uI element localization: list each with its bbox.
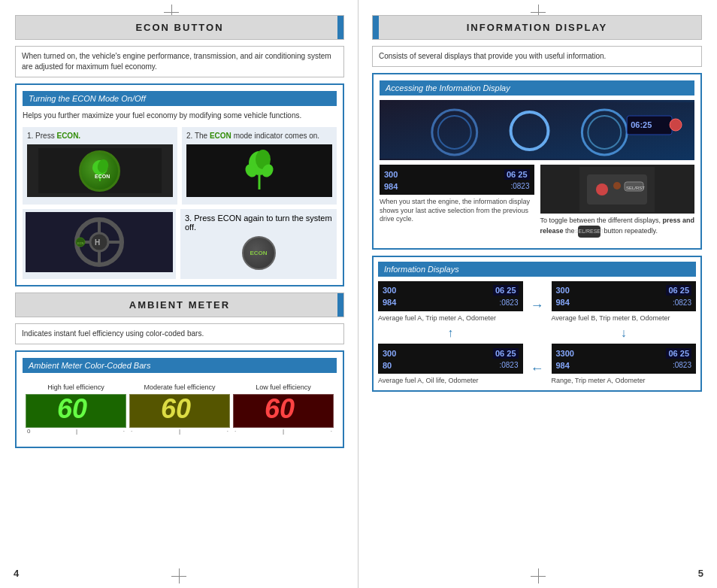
econ-leaf-icon: ECON	[89, 159, 110, 183]
display-top-left: 300	[384, 170, 398, 179]
display-screen-tl: 300 06 25 984 :0823	[378, 281, 523, 311]
sel-button-image: SEL/RST	[540, 165, 695, 214]
accessing-sub-header: Accessing the Information Display	[380, 80, 694, 95]
info-displays-section: Information Displays 300 06 25 984 :0823	[372, 256, 702, 392]
arrow-right-top: →	[526, 281, 549, 323]
info-display-description: Consists of several displays that provid…	[372, 46, 702, 67]
color-bars-container: High fuel efficiency 60 0|· Modera	[23, 377, 337, 441]
display-row-bottom: 984 :0823	[384, 182, 530, 191]
bar-moderate-label: Moderate fuel efficiency	[144, 383, 216, 391]
center-empty	[526, 326, 549, 341]
display-top-left-box: 300 06 25 984 :0823 Average fuel A, Trip…	[378, 281, 523, 323]
econ-description: When turned on, the vehicle's engine per…	[15, 46, 344, 77]
display-caption-bl: Average fuel A, Oil life, Odometer	[378, 377, 523, 386]
bar-high-efficiency: High fuel efficiency 60 0|·	[26, 383, 126, 435]
bar-moderate-ticks: ·|·	[129, 428, 230, 435]
svg-text:H: H	[95, 238, 100, 247]
crosshair-bottom-right	[531, 568, 546, 583]
svg-text:SEL/RST: SEL/RST	[626, 186, 645, 190]
accessing-section: Accessing the Information Display	[372, 73, 702, 250]
display-bottom-right: :0823	[510, 182, 529, 190]
display-screen-tr: 300 06 25 984 :0823	[552, 281, 697, 311]
page-number-right: 5	[698, 568, 703, 579]
step-2-image	[186, 144, 332, 197]
left-page: ECON BUTTON When turned on, the vehicle'…	[0, 0, 358, 588]
econ-mode-section: Turning the ECON Mode On/Off Helps you f…	[15, 83, 344, 286]
svg-text:60: 60	[57, 394, 87, 423]
bar-moderate-number-svg: 60	[157, 394, 202, 423]
accessing-caption-2: To toggle between the different displays…	[540, 217, 695, 238]
page-number-left: 4	[14, 568, 19, 579]
dashboard-svg: 06:25	[380, 102, 694, 159]
display-top-right-box: 300 06 25 984 :0823 Average fuel B, Trip…	[552, 281, 697, 323]
display-screen-br: 3300 06 25 984 :0823	[552, 344, 697, 374]
bar-low-number-svg: 60	[261, 394, 306, 423]
accessing-display-left: 300 06 25 984 :0823 When you start the e…	[380, 165, 534, 238]
info-displays-sub-header: Information Displays	[378, 262, 696, 277]
display-caption-br: Range, Trip meter A, Odometer	[552, 377, 697, 386]
display-caption-tr: Average fuel B, Trip meter B, Odometer	[552, 314, 697, 323]
step-1-box: 1. Press ECON. ECON	[23, 127, 177, 205]
step-1-label: 1. Press ECON.	[27, 132, 173, 140]
display-row-top: 300 06 25	[384, 169, 530, 180]
accessing-caption-1: When you start the engine, the informati…	[380, 198, 534, 224]
ambient-meter-title: AMBIENT METER	[15, 292, 344, 317]
svg-point-29	[670, 119, 682, 131]
step-3-econ-button: ECON	[185, 232, 332, 274]
accessing-display-right: SEL/RST To toggle between the different …	[540, 165, 695, 238]
display-bottom-left: 984	[384, 182, 398, 191]
svg-point-35	[613, 182, 621, 189]
econ-button-circle[interactable]: ECON	[79, 150, 120, 192]
info-displays-grid: 300 06 25 984 :0823 Average fuel A, Trip…	[378, 281, 696, 386]
econ-button-bg: ECON	[38, 148, 162, 193]
step-3-box: 3. Press ECON again to turn the system o…	[180, 209, 337, 279]
display-caption-tl: Average fuel A, Trip meter A, Odometer	[378, 314, 523, 323]
arrow-left-bottom: ←	[526, 344, 549, 386]
ambient-sub-header: Ambient Meter Color-Coded Bars	[23, 358, 337, 373]
bar-low-efficiency: Low fuel efficiency 60 ·|·	[233, 383, 334, 435]
econ-sub-desc: Helps you further maximize your fuel eco…	[23, 111, 337, 121]
ambient-bars-section: Ambient Meter Color-Coded Bars High fuel…	[15, 350, 344, 448]
svg-point-34	[596, 183, 608, 195]
svg-text:60: 60	[265, 394, 295, 423]
display-screen-bl: 300 06 25 80 :0823	[378, 344, 523, 374]
bar-low-label: Low fuel efficiency	[256, 383, 310, 391]
step-2-label: 2. The ECON mode indicator comes on.	[186, 132, 332, 140]
econ-button-off[interactable]: ECON	[242, 236, 276, 270]
bar-moderate-efficiency: Moderate fuel efficiency 60 ·|·	[129, 383, 230, 435]
svg-text:ECON: ECON	[95, 174, 110, 179]
steering-wheel-svg: H ECN	[73, 216, 126, 268]
sel-reset-btn[interactable]: SEL/RESET	[578, 226, 601, 238]
svg-text:06:25: 06:25	[631, 120, 652, 129]
bar-low-number: 60	[261, 394, 306, 428]
dashboard-image: 06:25	[380, 100, 694, 160]
bar-high-number-svg: 60	[53, 394, 98, 423]
crosshair-bottom-left	[171, 568, 186, 583]
econ-button-title: ECON BUTTON	[15, 15, 344, 40]
info-title-accent-left	[373, 16, 379, 39]
bar-high-number: 60	[53, 394, 98, 428]
bar-low-display: 60	[233, 394, 334, 428]
step-2-box: 2. The ECON mode indicator comes on.	[182, 127, 337, 205]
svg-text:ECN: ECN	[77, 241, 84, 245]
bar-high-display: 60	[26, 394, 126, 428]
display-bottom-left-box: 300 06 25 80 :0823 Average fuel A, Oil l…	[378, 344, 523, 386]
bar-moderate-number: 60	[157, 394, 202, 428]
page-container: ECON BUTTON When turned on, the vehicle'…	[0, 0, 717, 588]
bar-high-ticks: 0|·	[26, 428, 126, 435]
info-display-title: INFORMATION DISPLAY	[372, 15, 702, 40]
step-1-image: ECON	[27, 144, 173, 197]
step-3-row: H ECN 3. Press ECON again to turn the sy…	[23, 209, 337, 279]
right-page: INFORMATION DISPLAY Consists of several …	[358, 0, 717, 588]
arrow-down-right: ↓	[552, 326, 697, 341]
svg-text:60: 60	[161, 394, 191, 423]
step-3-label: 3. Press ECON again to turn the system o…	[185, 214, 332, 232]
econ-indicator-leaf	[239, 148, 280, 193]
ambient-title-accent	[337, 293, 343, 317]
steering-wheel-box: H ECN	[23, 209, 176, 279]
accessing-displays: 300 06 25 984 :0823 When you start the e…	[380, 165, 694, 238]
ambient-description: Indicates instant fuel efficiency using …	[15, 323, 344, 344]
econ-sub-header: Turning the ECON Mode On/Off	[23, 91, 337, 106]
sel-button-svg: SEL/RST	[579, 167, 655, 212]
display-screen-main: 300 06 25 984 :0823	[380, 165, 534, 195]
